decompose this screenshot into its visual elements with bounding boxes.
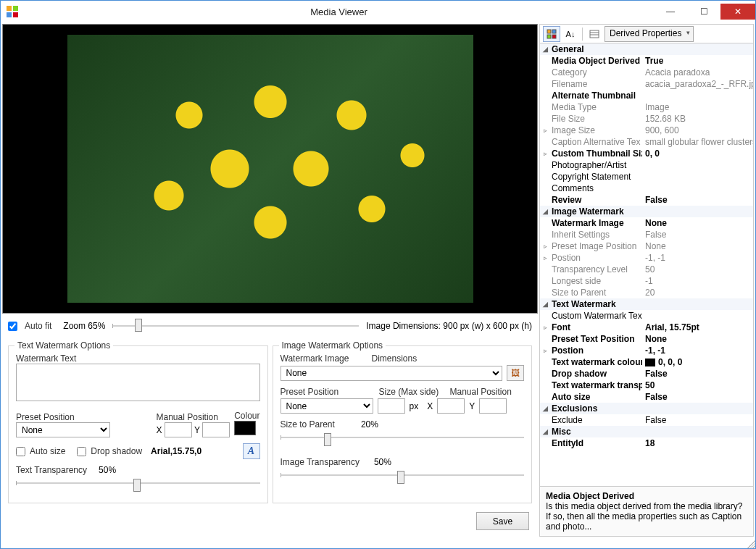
alphabetical-button[interactable]: A↓ xyxy=(562,26,579,42)
property-row[interactable]: Preset Text PositionNone xyxy=(540,333,753,345)
property-row[interactable]: ▹Postion-1, -1 xyxy=(540,345,753,356)
property-row[interactable]: Transparency Level50 xyxy=(540,264,753,275)
property-category[interactable]: ◢Exclusions xyxy=(540,403,753,414)
autofit-checkbox[interactable] xyxy=(8,322,17,331)
image-watermark-panel: Image Watermark Options Watermark Image … xyxy=(273,345,533,503)
property-row[interactable]: Filenameacacia_paradoxa2_-_RFR.jpg xyxy=(540,78,753,90)
property-row[interactable]: ▹Image Size900, 600 xyxy=(540,125,753,136)
svg-rect-2 xyxy=(547,35,551,38)
dropshadow-checkbox[interactable] xyxy=(77,447,86,456)
property-row[interactable]: Text watermark colour0, 0, 0 xyxy=(540,356,753,368)
text-colour-swatch[interactable] xyxy=(234,421,256,435)
property-row[interactable]: Longest side-1 xyxy=(540,275,753,287)
property-row[interactable]: Drop shadowFalse xyxy=(540,368,753,380)
property-row[interactable]: File Size152.68 KB xyxy=(540,113,753,125)
autosize-checkbox[interactable] xyxy=(16,447,25,456)
font-button[interactable]: A xyxy=(243,443,260,459)
text-y-input[interactable] xyxy=(202,422,230,437)
image-watermark-legend: Image Watermark Options xyxy=(279,340,386,351)
img-y-input[interactable] xyxy=(479,398,507,414)
property-grid[interactable]: ◢GeneralMedia Object DerivedTrueCategory… xyxy=(540,43,753,486)
property-category[interactable]: ◢General xyxy=(540,43,753,55)
property-row[interactable]: Copyright Statement xyxy=(540,171,753,183)
property-row[interactable]: Text watermark transpa50 xyxy=(540,380,753,391)
svg-rect-1 xyxy=(552,30,556,33)
img-size-input[interactable] xyxy=(378,398,405,414)
img-size-unit: px xyxy=(410,401,419,411)
img-size-label: Size (Max side) xyxy=(379,387,446,397)
text-preset-select[interactable]: None xyxy=(16,422,110,437)
img-x-label: X xyxy=(427,401,433,411)
watermark-text-input[interactable] xyxy=(16,364,260,401)
property-toolbar: A↓ Derived Properties xyxy=(540,25,753,43)
stp-label: Size to Parent xyxy=(281,419,335,429)
autofit-label: Auto fit xyxy=(25,321,51,331)
image-dimensions-label: Image Dimensions: 900 px (w) x 600 px (h… xyxy=(366,321,532,331)
categorized-icon xyxy=(547,29,557,39)
stp-slider[interactable] xyxy=(281,432,525,450)
img-preset-select[interactable]: None xyxy=(281,398,373,414)
property-set-dropdown[interactable]: Derived Properties xyxy=(605,26,694,42)
resize-grip[interactable] xyxy=(745,538,755,548)
property-pages-icon xyxy=(589,30,599,38)
browse-image-button[interactable]: 🖼 xyxy=(507,365,524,381)
desc-title: Media Object Derived xyxy=(546,491,747,501)
wm-dims-label: Dimensions xyxy=(372,353,418,364)
property-category[interactable]: ◢Text Watermark xyxy=(540,298,753,310)
property-row[interactable]: Media TypeImage xyxy=(540,101,753,113)
property-row[interactable]: Watermark ImageNone xyxy=(540,217,753,229)
property-row[interactable]: Comments xyxy=(540,183,753,194)
img-manual-label: Manual Position xyxy=(450,387,512,397)
svg-rect-0 xyxy=(547,30,551,33)
property-pages-button[interactable] xyxy=(586,26,603,42)
stp-value: 20% xyxy=(361,419,378,429)
property-row[interactable]: ▹Postion-1, -1 xyxy=(540,252,753,264)
autosize-label: Auto size xyxy=(30,446,65,456)
save-button[interactable]: Save xyxy=(476,512,529,530)
wm-image-label: Watermark Image xyxy=(281,353,367,364)
property-row[interactable]: Inherit SettingsFalse xyxy=(540,229,753,240)
wm-image-select[interactable]: None xyxy=(281,366,503,381)
property-row[interactable]: Custom Watermark Tex xyxy=(540,310,753,322)
text-watermark-legend: Text Watermark Options xyxy=(14,340,113,351)
text-preset-label: Preset Position xyxy=(16,412,75,422)
property-row[interactable]: ▹Preset Image PositionNone xyxy=(540,240,753,252)
minimize-button[interactable]: — xyxy=(654,4,687,20)
property-row[interactable]: Photographer/Artist xyxy=(540,159,753,171)
font-desc: Arial,15.75,0 xyxy=(151,446,202,456)
property-row[interactable]: EntityId18 xyxy=(540,437,753,449)
zoom-slider[interactable] xyxy=(112,318,359,334)
text-trans-slider[interactable] xyxy=(16,478,260,495)
img-y-label: Y xyxy=(469,401,475,411)
watermark-text-label: Watermark Text xyxy=(16,353,76,364)
desc-body: Is this media object derived from the me… xyxy=(546,501,747,532)
img-x-input[interactable] xyxy=(437,398,465,414)
property-row[interactable]: ReviewFalse xyxy=(540,194,753,206)
property-row[interactable]: Media Object DerivedTrue xyxy=(540,55,753,67)
property-row[interactable]: ▹FontArial, 15.75pt xyxy=(540,322,753,333)
property-row[interactable]: CategoryAcacia paradoxa xyxy=(540,67,753,78)
property-row[interactable]: Auto sizeFalse xyxy=(540,391,753,403)
img-trans-slider[interactable] xyxy=(281,470,525,487)
dropshadow-label: Drop shadow xyxy=(91,446,142,456)
close-button[interactable]: ✕ xyxy=(720,4,755,20)
text-x-label: X xyxy=(157,425,162,435)
property-row[interactable]: Caption Alternative Texsmall globular fl… xyxy=(540,136,753,148)
property-row[interactable]: Size to Parent20 xyxy=(540,287,753,298)
property-category[interactable]: ◢Misc xyxy=(540,426,753,437)
text-x-input[interactable] xyxy=(165,422,192,437)
img-preset-label: Preset Position xyxy=(281,387,375,397)
property-row[interactable]: ▹Custom Thumbnail Size0, 0 xyxy=(540,148,753,159)
categorized-button[interactable] xyxy=(543,26,560,42)
property-row[interactable]: ExcludeFalse xyxy=(540,414,753,426)
preview-image xyxy=(67,35,473,303)
property-category[interactable]: ◢Image Watermark xyxy=(540,206,753,217)
svg-rect-4 xyxy=(590,30,599,38)
maximize-button[interactable]: ☐ xyxy=(687,4,720,20)
property-description: Media Object Derived Is this media objec… xyxy=(540,486,753,536)
image-preview xyxy=(2,24,538,314)
text-trans-label: Text Transparency xyxy=(16,465,87,475)
property-row[interactable]: Alternate Thumbnail xyxy=(540,90,753,101)
titlebar: Media Viewer — ☐ ✕ xyxy=(1,1,755,22)
img-trans-value: 50% xyxy=(374,457,391,467)
